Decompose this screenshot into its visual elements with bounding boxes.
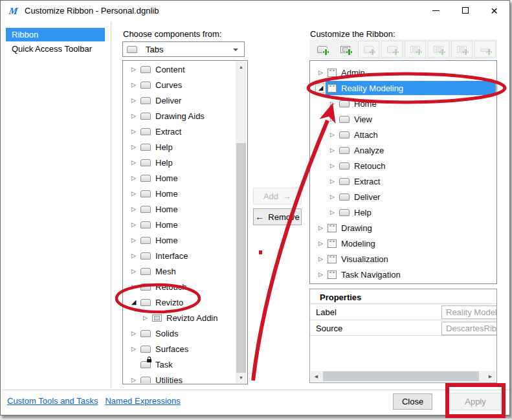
expand-icon[interactable]	[328, 131, 337, 139]
tree-item-revizto[interactable]: Revizto	[124, 294, 236, 310]
tree-item-drawing-aids[interactable]: Drawing Aids	[124, 108, 236, 124]
close-button[interactable]: Close	[393, 393, 432, 410]
named-expressions-link[interactable]: Named Expressions	[105, 396, 180, 406]
tree-item-visualization[interactable]: Visualization	[311, 251, 496, 267]
expand-icon[interactable]	[328, 208, 337, 217]
tree-item-home[interactable]: Home	[124, 201, 236, 217]
collapse-icon[interactable]	[316, 84, 326, 93]
tree-item-extract[interactable]: Extract	[311, 173, 496, 189]
expand-icon[interactable]	[129, 190, 139, 198]
expand-icon[interactable]	[140, 314, 150, 322]
expand-icon[interactable]	[328, 115, 337, 124]
add-group-button[interactable]	[335, 41, 356, 58]
tree-item-help[interactable]: Help	[124, 155, 236, 170]
expand-icon[interactable]	[129, 221, 139, 229]
tree-item-content: Home	[139, 171, 236, 185]
tree-item-extract[interactable]: Extract	[124, 124, 236, 139]
tree-item-retouch[interactable]: Retouch	[311, 158, 496, 173]
tree-item-home[interactable]: Home	[311, 96, 496, 111]
expand-icon[interactable]	[129, 127, 139, 136]
expand-icon[interactable]	[316, 69, 326, 77]
scroll-left-icon[interactable]: ◀	[311, 371, 322, 382]
properties-title: Properties	[320, 293, 361, 302]
expand-icon[interactable]	[316, 271, 326, 279]
vertical-scrollbar[interactable]: ▲ ▼	[236, 61, 247, 383]
expand-icon[interactable]	[129, 236, 139, 245]
expand-icon[interactable]	[328, 100, 337, 108]
apply-button[interactable]: Apply	[450, 393, 501, 410]
scroll-up-icon[interactable]: ▲	[236, 61, 247, 72]
expand-icon[interactable]	[316, 255, 326, 263]
expand-icon[interactable]	[129, 159, 139, 167]
tree-item-modeling[interactable]: Modeling	[311, 236, 496, 251]
expand-icon[interactable]	[316, 224, 326, 232]
label-value-field[interactable]: Reality Modeli	[441, 305, 497, 319]
category-list: Ribbon Quick Access Toolbar	[6, 28, 105, 56]
tree-item-deliver[interactable]: Deliver	[311, 189, 496, 204]
expand-icon[interactable]	[129, 65, 139, 74]
tree-item-home[interactable]: Home	[124, 232, 236, 248]
tree-item-curves[interactable]: Curves	[124, 77, 236, 93]
expand-icon[interactable]	[129, 96, 139, 105]
scroll-right-icon[interactable]: ▶	[485, 371, 496, 382]
sidebar-item-quick-access-toolbar[interactable]: Quick Access Toolbar	[6, 42, 105, 56]
horizontal-scrollbar[interactable]: ◀ ▶	[311, 371, 496, 382]
minimize-button[interactable]	[421, 1, 451, 20]
expand-icon[interactable]	[129, 345, 139, 353]
close-window-button[interactable]	[480, 1, 509, 20]
add-button[interactable]: Add →	[253, 188, 302, 204]
tree-item-solids[interactable]: Solids	[124, 326, 236, 341]
tree-item-revizto-addin[interactable]: Revizto Addin	[124, 310, 236, 326]
remove-button[interactable]: ← Remove	[253, 208, 302, 225]
tree-item-mesh[interactable]: Mesh	[124, 263, 236, 279]
tree-item-utilities[interactable]: Utilities	[124, 372, 236, 383]
expand-icon[interactable]	[328, 146, 337, 155]
tree-item-surfaces[interactable]: Surfaces	[124, 341, 236, 357]
tree-item-home[interactable]: Home	[124, 186, 236, 201]
tab-icon	[140, 330, 151, 337]
tree-item-retouch[interactable]: Retouch	[124, 279, 236, 294]
expand-icon[interactable]	[316, 239, 326, 248]
tree-item-label: Retouch	[155, 282, 186, 292]
expand-icon[interactable]	[129, 267, 139, 276]
scrollbar-thumb[interactable]	[236, 143, 246, 373]
tree-item-deliver[interactable]: Deliver	[124, 93, 236, 108]
tree-item-task-navigation[interactable]: Task Navigation	[311, 267, 496, 282]
tree-item-help[interactable]: Help	[124, 139, 236, 155]
scroll-down-icon[interactable]: ▼	[236, 372, 247, 383]
tree-item-view[interactable]: View	[311, 111, 496, 127]
expand-icon[interactable]	[328, 193, 337, 201]
custom-tools-and-tasks-link[interactable]: Custom Tools and Tasks	[7, 396, 98, 406]
tree-item-reality-modeling[interactable]: Reality Modeling	[311, 80, 496, 96]
source-value-field[interactable]: DescartesRibb	[441, 322, 497, 335]
tree-item-interface[interactable]: Interface	[124, 248, 236, 263]
expand-icon[interactable]	[129, 252, 139, 260]
tree-item-attach[interactable]: Attach	[311, 127, 496, 142]
scrollbar-thumb[interactable]	[323, 371, 479, 381]
expand-icon[interactable]	[129, 283, 139, 291]
components-source-dropdown[interactable]: Tabs	[122, 41, 245, 57]
expand-icon[interactable]	[328, 162, 337, 170]
tree-item-admin[interactable]: Admin	[311, 65, 496, 80]
expand-icon[interactable]	[129, 376, 139, 384]
expand-icon[interactable]	[129, 174, 139, 182]
tab-icon	[339, 100, 350, 107]
tree-item-analyze[interactable]: Analyze	[311, 142, 496, 158]
collapse-icon[interactable]	[129, 298, 139, 307]
sidebar-item-ribbon[interactable]: Ribbon	[6, 28, 105, 41]
tree-item-home[interactable]: Home	[124, 170, 236, 186]
tree-item-label: Help	[155, 158, 173, 168]
tree-item-drawing[interactable]: Drawing	[311, 220, 496, 236]
add-tab-button[interactable]	[311, 41, 333, 58]
tree-item-help[interactable]: Help	[311, 204, 496, 220]
tree-item-content[interactable]: Content	[124, 61, 236, 77]
expand-icon[interactable]	[129, 329, 139, 338]
expand-icon[interactable]	[129, 112, 139, 120]
maximize-button[interactable]	[451, 1, 480, 20]
tree-item-home[interactable]: Home	[124, 217, 236, 232]
expand-icon[interactable]	[129, 143, 139, 151]
expand-icon[interactable]	[129, 81, 139, 89]
tree-item-task[interactable]: Task	[124, 357, 236, 372]
expand-icon[interactable]	[129, 205, 139, 214]
expand-icon[interactable]	[328, 177, 337, 186]
